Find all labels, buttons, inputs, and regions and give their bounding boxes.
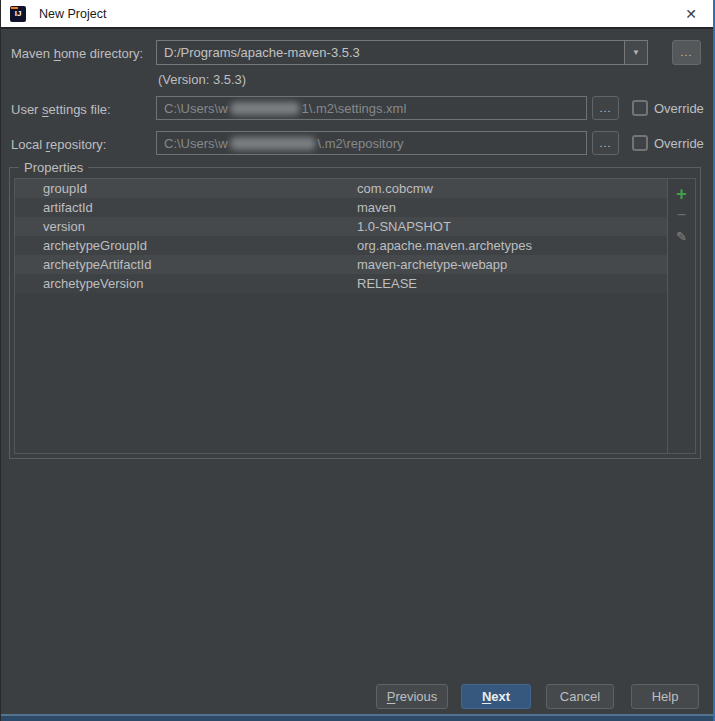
maven-home-combobox[interactable]: D:/Programs/apache-maven-3.5.3 ▼	[156, 40, 648, 65]
add-icon[interactable]: +	[676, 184, 687, 204]
property-key: groupId	[15, 181, 357, 196]
path-prefix: C:\Users\w	[164, 101, 228, 116]
cancel-button[interactable]: Cancel	[546, 684, 614, 709]
label-text: Local	[11, 137, 46, 152]
property-key: artifactId	[15, 200, 357, 215]
maven-home-label: Maven home directory:	[11, 46, 143, 61]
remove-icon[interactable]: −	[677, 204, 686, 226]
chevron-down-icon[interactable]: ▼	[624, 41, 647, 64]
properties-rows: groupId com.cobcmw artifactId maven vers…	[15, 179, 667, 453]
new-project-dialog: IJ New Project ✕ Maven home directory: D…	[0, 0, 715, 721]
path-suffix: \.m2\repository	[318, 136, 404, 151]
table-row[interactable]: version 1.0-SNAPSHOT	[15, 217, 667, 236]
button-text: ext	[491, 689, 510, 704]
table-row[interactable]: artifactId maven	[15, 198, 667, 217]
intellij-logo-icon: IJ	[10, 6, 26, 22]
user-settings-input[interactable]: C:\Users\w1\.m2\settings.xml	[156, 96, 587, 120]
help-button[interactable]: Help	[631, 684, 699, 709]
local-repo-label: Local repository:	[11, 137, 106, 152]
label-text: epository:	[50, 137, 106, 152]
local-repo-override-checkbox[interactable]	[632, 135, 648, 151]
property-key: archetypeGroupId	[15, 238, 357, 253]
property-value: com.cobcmw	[357, 181, 667, 196]
table-toolbar: + − ✎	[667, 179, 695, 453]
button-mnemonic: P	[387, 689, 396, 704]
button-mnemonic: N	[482, 689, 491, 704]
user-settings-override-checkbox[interactable]	[632, 100, 648, 116]
table-row[interactable]: archetypeVersion RELEASE	[15, 274, 667, 293]
property-key: archetypeArtifactId	[15, 257, 357, 272]
window-bottom-border	[1, 712, 715, 721]
maven-home-value[interactable]: D:/Programs/apache-maven-3.5.3	[157, 41, 624, 64]
edit-pencil-icon[interactable]: ✎	[676, 226, 687, 248]
user-settings-label: User settings file:	[11, 102, 111, 117]
path-suffix: 1\.m2\settings.xml	[302, 101, 407, 116]
property-value: 1.0-SNAPSHOT	[357, 219, 667, 234]
properties-groupbox: Properties groupId com.cobcmw artifactId…	[9, 167, 701, 459]
path-prefix: C:\Users\w	[164, 136, 228, 151]
close-icon[interactable]: ✕	[682, 5, 700, 23]
window-title: New Project	[39, 7, 106, 21]
maven-version-note: (Version: 3.5.3)	[158, 72, 246, 87]
table-row[interactable]: archetypeArtifactId maven-archetype-weba…	[15, 255, 667, 274]
property-value: maven	[357, 200, 667, 215]
property-key: archetypeVersion	[15, 276, 357, 291]
title-bar: IJ New Project ✕	[1, 0, 713, 29]
property-key: version	[15, 219, 357, 234]
property-value: RELEASE	[357, 276, 667, 291]
table-row[interactable]: groupId com.cobcmw	[15, 179, 667, 198]
local-repo-browse-button[interactable]: ...	[592, 131, 619, 155]
maven-home-browse-button[interactable]: ...	[672, 40, 701, 65]
properties-table: groupId com.cobcmw artifactId maven vers…	[14, 178, 696, 454]
previous-button[interactable]: Previous	[376, 684, 448, 709]
next-button[interactable]: Next	[461, 684, 531, 709]
label-text: Maven	[11, 46, 54, 61]
label-text: ome directory:	[61, 46, 143, 61]
properties-group-title: Properties	[19, 160, 88, 175]
redacted-username	[230, 137, 316, 150]
redacted-username	[230, 102, 300, 115]
label-mnemonic: h	[54, 46, 61, 61]
property-value: org.apache.maven.archetypes	[357, 238, 667, 253]
button-text: revious	[395, 689, 437, 704]
property-value: maven-archetype-webapp	[357, 257, 667, 272]
user-settings-override-label[interactable]: Override	[654, 101, 704, 116]
local-repo-override-label[interactable]: Override	[654, 136, 704, 151]
table-row[interactable]: archetypeGroupId org.apache.maven.archet…	[15, 236, 667, 255]
label-text: User	[11, 102, 42, 117]
label-text: ettings file:	[49, 102, 111, 117]
user-settings-browse-button[interactable]: ...	[592, 96, 619, 120]
local-repo-input[interactable]: C:\Users\w\.m2\repository	[156, 131, 587, 155]
